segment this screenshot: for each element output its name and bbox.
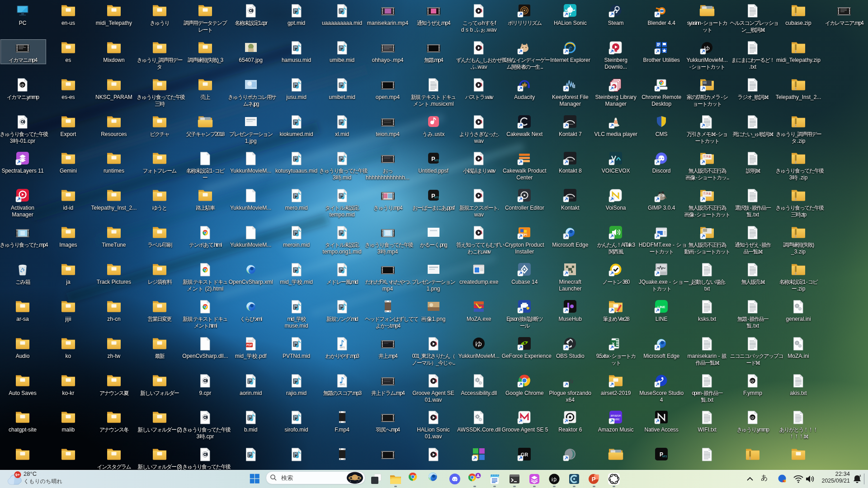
svg-text:月水金: 月水金 [703,155,711,158]
svg-text:P: P [592,476,596,483]
svg-text:z: z [859,474,861,477]
svg-text:NT2: NT2 [662,455,667,458]
svg-text:9+: 9+ [15,473,20,477]
svg-text:e: e [569,44,572,52]
svg-text:ゆ: ゆ [552,476,557,483]
svg-text:月水金: 月水金 [703,192,711,195]
svg-text:NT2: NT2 [434,196,440,199]
svg-text:NT2: NT2 [434,159,440,162]
svg-text:ゆ: ゆ [476,340,482,347]
svg-text:amazon: amazon [611,414,622,417]
